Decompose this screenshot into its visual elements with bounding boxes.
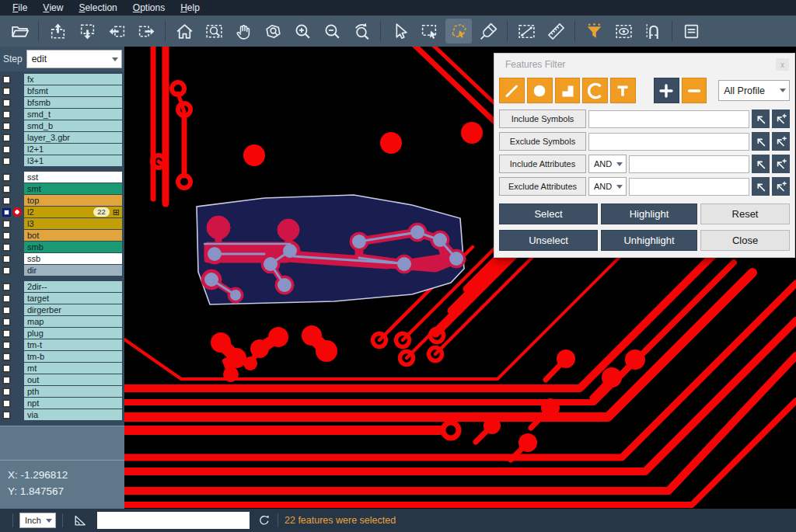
dialog-title-bar[interactable]: Features Filter x xyxy=(494,54,794,75)
layer-row-smd_t[interactable]: smd_t xyxy=(0,109,124,120)
layer-indicator[interactable] xyxy=(11,293,24,304)
layer-row-dirgerber[interactable]: dirgerber xyxy=(0,304,124,315)
layer-visibility-checkbox[interactable] xyxy=(2,231,11,240)
layer-name[interactable]: tm-t xyxy=(24,339,122,350)
profile-select[interactable]: All Profile xyxy=(718,80,790,101)
step-left-icon[interactable] xyxy=(103,19,130,43)
unhighlight-button[interactable]: Unhighlight xyxy=(601,230,697,251)
layer-indicator[interactable] xyxy=(11,195,24,206)
grid-icon[interactable]: ⊞ xyxy=(113,207,120,217)
pick-from-canvas-icon[interactable] xyxy=(752,132,770,151)
layer-visibility-checkbox[interactable] xyxy=(2,99,11,107)
layer-name[interactable]: l3+1 xyxy=(24,155,122,166)
layer-visibility-checkbox[interactable] xyxy=(2,294,11,303)
layer-indicator[interactable] xyxy=(11,374,24,385)
layer-visibility-checkbox[interactable] xyxy=(2,196,11,205)
layer-name[interactable]: dirgerber xyxy=(24,304,122,315)
layer-row-npt[interactable]: npt xyxy=(0,398,124,409)
layer-row-l3+1[interactable]: l3+1 xyxy=(0,155,124,166)
layers-panel-icon[interactable] xyxy=(678,19,704,43)
layer-name[interactable]: layer_3.gbr xyxy=(24,132,122,143)
layer-row-pth[interactable]: pth xyxy=(0,386,124,397)
step-right-icon[interactable] xyxy=(133,19,159,43)
snap-magnet-icon[interactable] xyxy=(640,19,666,43)
layer-row-tm-b[interactable]: tm-b xyxy=(0,351,124,362)
layer-indicator[interactable] xyxy=(11,265,24,276)
open-file-icon[interactable] xyxy=(6,19,33,43)
layer-row-ssb[interactable]: ssb xyxy=(0,253,124,264)
select-polygon-icon[interactable] xyxy=(445,19,472,43)
layer-row-tm-t[interactable]: tm-t xyxy=(0,339,124,350)
exclude-attributes-button[interactable]: Exclude Attributes xyxy=(499,177,586,196)
filter-positive-button[interactable] xyxy=(654,78,679,103)
filter-surfaces-button[interactable] xyxy=(555,78,581,103)
zoom-window-icon[interactable] xyxy=(201,19,227,43)
pan-hand-icon[interactable] xyxy=(230,19,257,43)
measure-line-icon[interactable] xyxy=(513,19,539,43)
pick-from-canvas-icon[interactable] xyxy=(752,110,770,128)
exclude-attributes-input[interactable] xyxy=(629,178,749,196)
layer-name[interactable]: out xyxy=(24,374,122,385)
layer-indicator[interactable] xyxy=(11,109,24,120)
layer-name[interactable]: bfsmb xyxy=(24,97,122,108)
layer-visibility-checkbox[interactable] xyxy=(2,376,11,384)
layer-name[interactable]: plug xyxy=(24,328,122,339)
layer-row-smd_b[interactable]: smd_b xyxy=(0,120,124,131)
layer-indicator[interactable] xyxy=(11,183,24,194)
layer-visibility-checkbox[interactable] xyxy=(2,255,11,263)
layer-indicator[interactable] xyxy=(11,351,24,362)
layer-row-l3[interactable]: l3 xyxy=(0,218,124,229)
exclude-attributes-operator-select[interactable]: AND xyxy=(588,177,627,196)
close-button[interactable]: Close xyxy=(700,230,790,251)
layer-name[interactable]: via xyxy=(24,409,122,420)
layer-indicator[interactable] xyxy=(11,398,24,409)
layer-name[interactable]: map xyxy=(24,316,122,327)
select-rectangle-icon[interactable] xyxy=(416,19,442,43)
layer-row-sst[interactable]: sst xyxy=(0,172,124,183)
layer-indicator[interactable] xyxy=(11,409,24,420)
layer-visibility-checkbox[interactable] xyxy=(2,353,11,361)
layer-indicator[interactable] xyxy=(11,339,24,350)
layer-visibility-checkbox[interactable] xyxy=(2,306,11,315)
layer-name[interactable]: tm-b xyxy=(24,351,122,362)
layer-indicator[interactable] xyxy=(11,172,24,183)
include-attributes-operator-select[interactable]: AND xyxy=(588,155,627,173)
layer-visibility-checkbox[interactable] xyxy=(2,399,11,408)
layer-name[interactable]: 2dir-- xyxy=(24,281,122,292)
home-view-icon[interactable] xyxy=(171,19,197,43)
layer-visibility-checkbox[interactable] xyxy=(2,220,11,228)
layer-row-smb[interactable]: smb xyxy=(0,242,124,252)
select-button[interactable]: Select xyxy=(499,203,598,224)
layer-row-bot[interactable]: bot xyxy=(0,230,124,241)
zoom-selection-icon[interactable] xyxy=(260,19,286,43)
select-cursor-icon[interactable] xyxy=(386,19,413,43)
layer-indicator[interactable] xyxy=(11,85,24,96)
include-symbols-input[interactable] xyxy=(588,110,749,128)
layer-name[interactable]: mt xyxy=(24,363,122,374)
layer-indicator[interactable] xyxy=(11,97,24,108)
layer-name[interactable]: l222⊞ xyxy=(24,207,122,217)
filter-lines-button[interactable] xyxy=(499,78,525,103)
layer-row-smt[interactable]: smt xyxy=(0,183,124,194)
layer-indicator[interactable] xyxy=(11,120,24,131)
layer-indicator[interactable] xyxy=(11,316,24,327)
layer-indicator[interactable] xyxy=(11,242,24,252)
layer-name[interactable]: pth xyxy=(24,386,122,397)
layer-visibility-checkbox[interactable] xyxy=(2,157,11,165)
zoom-previous-icon[interactable] xyxy=(348,19,375,43)
layer-name[interactable]: npt xyxy=(24,398,122,409)
filter-negative-button[interactable] xyxy=(682,78,707,103)
layer-visibility-checkbox[interactable] xyxy=(2,364,11,373)
layer-indicator[interactable] xyxy=(11,328,24,339)
include-symbols-button[interactable]: Include Symbols xyxy=(499,110,586,128)
pick-add-from-canvas-icon[interactable] xyxy=(772,110,790,128)
layer-visibility-checkbox[interactable] xyxy=(2,283,11,291)
layer-visibility-checkbox[interactable] xyxy=(2,388,11,396)
layer-row-layer_3.gbr[interactable]: layer_3.gbr xyxy=(0,132,124,143)
layer-visibility-checkbox[interactable] xyxy=(2,318,11,326)
unselect-button[interactable]: Unselect xyxy=(499,230,598,251)
exclude-symbols-button[interactable]: Exclude Symbols xyxy=(499,132,586,151)
layer-row-2dir--[interactable]: 2dir-- xyxy=(0,281,124,292)
pick-add-from-canvas-icon[interactable] xyxy=(772,155,790,173)
layer-name[interactable]: target xyxy=(24,293,122,304)
